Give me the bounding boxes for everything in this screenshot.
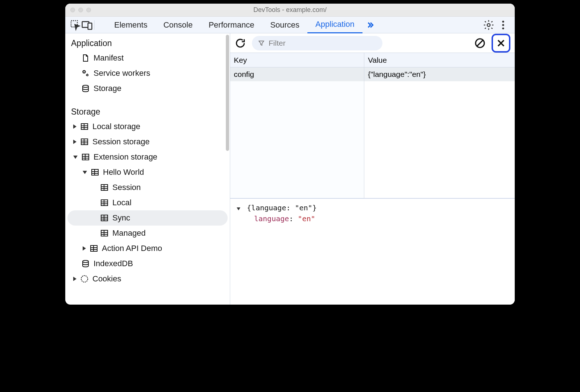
window-title: DevTools - example.com/ bbox=[65, 6, 515, 14]
svg-point-6 bbox=[502, 27, 504, 29]
expand-icon[interactable] bbox=[73, 140, 76, 144]
titlebar: DevTools - example.com/ bbox=[65, 4, 515, 17]
divider bbox=[94, 20, 95, 30]
table-icon bbox=[100, 198, 109, 207]
sidebar-item-ext-sync[interactable]: Sync bbox=[67, 210, 228, 226]
column-value-header[interactable]: Value bbox=[364, 53, 515, 67]
sidebar-item-label: Managed bbox=[112, 228, 146, 238]
sidebar-item-extension-storage[interactable]: Extension storage bbox=[65, 149, 230, 165]
table-icon bbox=[100, 183, 109, 192]
collapse-icon[interactable] bbox=[83, 171, 87, 174]
tab-console[interactable]: Console bbox=[156, 17, 201, 33]
sidebar-item-label: Manifest bbox=[94, 53, 124, 63]
sidebar-item-action-api-demo[interactable]: Action API Demo bbox=[65, 241, 230, 256]
collapse-icon[interactable] bbox=[73, 156, 78, 159]
cell-value[interactable]: {"language":"en"} bbox=[364, 67, 515, 81]
sidebar-item-hello-world[interactable]: Hello World bbox=[65, 165, 230, 180]
table-icon bbox=[91, 168, 99, 177]
delete-selected-icon[interactable] bbox=[495, 37, 507, 49]
sidebar: Application Manifest Service workers bbox=[65, 33, 230, 305]
cell-key[interactable]: config bbox=[230, 67, 364, 81]
sidebar-item-cookies[interactable]: Cookies bbox=[65, 271, 230, 286]
preview-key: language bbox=[254, 214, 289, 223]
tab-elements[interactable]: Elements bbox=[106, 17, 156, 33]
expand-icon[interactable] bbox=[83, 246, 86, 251]
sidebar-item-label: Sync bbox=[112, 213, 130, 223]
sidebar-item-ext-local[interactable]: Local bbox=[65, 195, 230, 210]
sidebar-item-label: Storage bbox=[94, 84, 121, 93]
tab-performance[interactable]: Performance bbox=[200, 17, 262, 33]
tabbar: Elements Console Performance Sources App… bbox=[65, 17, 515, 33]
filter-input[interactable] bbox=[269, 39, 377, 48]
expand-icon[interactable] bbox=[73, 124, 76, 129]
table-icon bbox=[100, 229, 109, 238]
storage-toolbar bbox=[230, 33, 515, 53]
sidebar-item-indexeddb[interactable]: IndexedDB bbox=[65, 256, 230, 271]
svg-point-4 bbox=[502, 21, 504, 22]
tab-application[interactable]: Application bbox=[307, 17, 362, 33]
table-empty-area bbox=[230, 81, 515, 198]
sidebar-item-local-storage[interactable]: Local storage bbox=[65, 119, 230, 134]
table-icon bbox=[100, 214, 109, 222]
sidebar-item-session-storage[interactable]: Session storage bbox=[65, 134, 230, 149]
scrollbar-thumb[interactable] bbox=[226, 35, 229, 151]
storage-table: Key Value config {"language":"en"} bbox=[230, 53, 515, 199]
tab-sources[interactable]: Sources bbox=[262, 17, 307, 33]
table-row[interactable]: config {"language":"en"} bbox=[230, 67, 515, 81]
object-preview: {language: "en"} language: "en" bbox=[230, 199, 515, 305]
svg-point-19 bbox=[83, 260, 88, 263]
preview-property[interactable]: language: "en" bbox=[254, 213, 508, 224]
manifest-icon bbox=[81, 54, 90, 62]
kebab-menu-icon[interactable] bbox=[497, 19, 509, 31]
more-tabs-icon[interactable] bbox=[362, 17, 378, 33]
cookie-icon bbox=[80, 275, 89, 283]
sidebar-item-label: Service workers bbox=[94, 69, 150, 78]
sidebar-item-service-workers[interactable]: Service workers bbox=[65, 66, 230, 81]
sidebar-item-label: Session storage bbox=[92, 137, 150, 147]
database-icon bbox=[81, 84, 90, 93]
refresh-icon[interactable] bbox=[235, 37, 246, 49]
svg-point-5 bbox=[502, 24, 504, 26]
database-icon bbox=[81, 259, 90, 268]
filter-input-wrap[interactable] bbox=[252, 36, 382, 50]
preview-value: "en" bbox=[298, 214, 315, 223]
sidebar-item-ext-managed[interactable]: Managed bbox=[65, 226, 230, 241]
sidebar-item-label: Session bbox=[112, 183, 141, 192]
sidebar-item-label: Local bbox=[112, 198, 132, 207]
clear-all-icon[interactable] bbox=[474, 37, 486, 49]
sidebar-item-label: IndexedDB bbox=[94, 259, 133, 268]
preview-summary-text: {language: "en"} bbox=[247, 203, 317, 212]
collapse-icon[interactable] bbox=[237, 207, 240, 210]
sidebar-item-label: Local storage bbox=[92, 122, 140, 131]
table-icon bbox=[81, 153, 90, 161]
preview-summary-line[interactable]: {language: "en"} bbox=[237, 202, 508, 213]
content: Application Manifest Service workers bbox=[65, 33, 515, 305]
section-storage-header: Storage bbox=[65, 104, 230, 119]
sidebar-item-manifest[interactable]: Manifest bbox=[65, 50, 230, 66]
table-icon bbox=[90, 244, 98, 253]
svg-point-20 bbox=[81, 276, 88, 282]
device-toolbar-icon[interactable] bbox=[81, 19, 93, 31]
table-icon bbox=[80, 137, 89, 146]
svg-point-3 bbox=[487, 24, 490, 26]
sidebar-item-label: Action API Demo bbox=[102, 244, 162, 253]
gears-icon bbox=[81, 69, 90, 78]
sidebar-item-storage[interactable]: Storage bbox=[65, 81, 230, 96]
expand-icon[interactable] bbox=[73, 277, 76, 281]
table-header: Key Value bbox=[230, 53, 515, 67]
column-key-header[interactable]: Key bbox=[230, 53, 364, 67]
sidebar-item-ext-session[interactable]: Session bbox=[65, 180, 230, 195]
main-pane: Key Value config {"language":"en"} {lang… bbox=[230, 33, 515, 305]
inspect-element-icon[interactable] bbox=[70, 19, 81, 31]
settings-icon[interactable] bbox=[483, 19, 494, 31]
sidebar-item-label: Hello World bbox=[103, 168, 144, 177]
svg-point-9 bbox=[83, 85, 88, 87]
svg-rect-2 bbox=[88, 23, 92, 29]
devtools-window: DevTools - example.com/ Elements Console… bbox=[65, 4, 515, 305]
sidebar-item-label: Extension storage bbox=[94, 152, 157, 162]
tab-list: Elements Console Performance Sources App… bbox=[106, 17, 483, 33]
filter-icon bbox=[258, 40, 265, 47]
section-application-header: Application bbox=[65, 36, 230, 50]
delete-selected-highlight bbox=[492, 34, 510, 53]
sidebar-item-label: Cookies bbox=[92, 274, 121, 284]
